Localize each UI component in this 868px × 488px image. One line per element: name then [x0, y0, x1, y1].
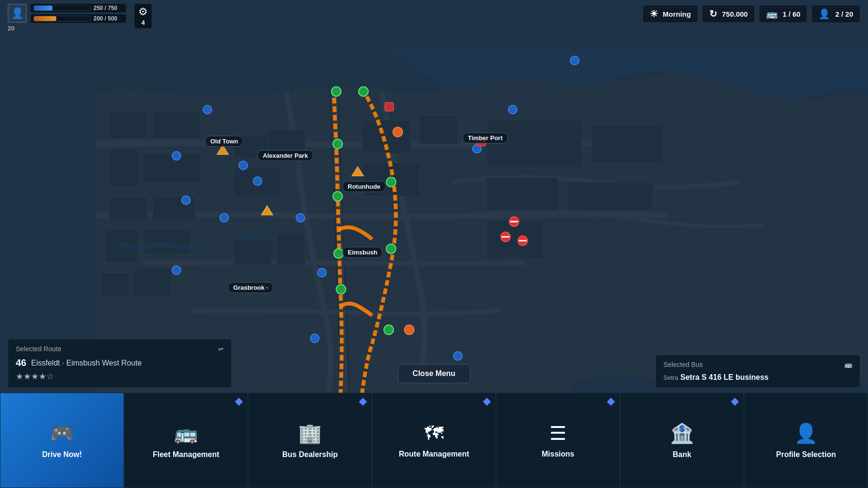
svg-point-40 — [310, 334, 319, 343]
svg-rect-10 — [234, 134, 267, 158]
svg-rect-19 — [591, 125, 663, 163]
bus-panel-icon: 🚌 — [844, 361, 852, 368]
menu-item-fleet-management[interactable]: 🚌 Fleet Management — [124, 393, 248, 488]
missions-icon: ☰ — [549, 422, 567, 444]
drivers-panel: 👤 2 / 20 — [811, 5, 860, 23]
xp-bar-container: 250 / 750 200 / 500 — [31, 4, 126, 23]
menu-item-bank[interactable]: 🏦 Bank — [620, 393, 744, 488]
drive-now-icon: 🎮 — [50, 422, 74, 445]
buses-panel: 🚌 1 / 60 — [759, 5, 808, 23]
svg-rect-9 — [134, 268, 172, 296]
svg-point-39 — [318, 268, 326, 277]
xp-bar: 250 / 750 — [31, 4, 126, 12]
dealership-icon: 🏢 — [298, 422, 322, 445]
svg-rect-11 — [267, 130, 305, 158]
energy-track — [33, 16, 91, 21]
svg-rect-4 — [110, 196, 148, 220]
svg-point-32 — [203, 105, 212, 114]
time-label: Morning — [663, 10, 691, 18]
svg-rect-0 — [110, 111, 148, 139]
route-number: 46 — [16, 357, 26, 368]
profile-label: Profile Selection — [776, 450, 836, 459]
drivers-count: 2 / 20 — [835, 10, 853, 18]
profile-icon: 👤 — [794, 422, 818, 445]
route-mgmt-label: Route Management — [399, 450, 469, 458]
menu-item-drive-now[interactable]: 🎮 Drive Now! — [0, 393, 124, 488]
svg-point-29 — [386, 177, 396, 187]
time-panel: ☀ Morning — [642, 5, 698, 23]
currency-icon: ↻ — [709, 8, 717, 20]
bank-icon: 🏦 — [670, 422, 694, 445]
svg-point-30 — [386, 244, 396, 254]
svg-point-25 — [333, 139, 342, 149]
menu-item-route-management[interactable]: 🗺 Route Management — [372, 393, 496, 488]
svg-rect-1 — [153, 111, 200, 139]
svg-rect-20 — [486, 177, 558, 211]
energy-bar: 200 / 500 — [31, 14, 126, 23]
svg-point-45 — [570, 56, 579, 65]
dealership-label: Bus Dealership — [282, 450, 338, 459]
svg-point-52 — [404, 325, 414, 335]
menu-item-missions[interactable]: ☰ Missions — [496, 393, 620, 488]
top-right-panels: ☀ Morning ↻ 750.000 🚌 1 / 60 👤 2 / 20 — [642, 5, 860, 23]
gear-block: ⚙ 4 — [134, 4, 152, 28]
svg-rect-8 — [100, 273, 129, 296]
svg-rect-50 — [477, 137, 486, 146]
svg-point-51 — [393, 127, 403, 137]
xp-value: 250 / 750 — [93, 5, 117, 11]
sun-icon: ☀ — [650, 8, 658, 20]
gear-icon: ⚙ — [138, 6, 148, 18]
selected-bus-panel: Selected Bus 🚌 Setra Setra S 416 LE busi… — [655, 355, 860, 388]
currency-panel: ↻ 750.000 — [702, 5, 755, 23]
bank-label: Bank — [672, 450, 691, 459]
svg-rect-13 — [234, 239, 272, 265]
bus-icon: 🚌 — [766, 8, 778, 20]
bank-diamond — [731, 398, 739, 406]
currency-amount: 750.000 — [722, 10, 748, 18]
route-stars: ★★★★☆ — [16, 371, 224, 382]
fleet-icon: 🚌 — [174, 422, 198, 445]
svg-point-24 — [359, 87, 368, 96]
svg-point-27 — [334, 249, 343, 258]
missions-label: Missions — [542, 450, 574, 458]
svg-rect-16 — [420, 115, 458, 144]
fleet-label: Fleet Management — [153, 450, 219, 459]
svg-point-36 — [182, 196, 190, 204]
svg-rect-18 — [486, 120, 582, 168]
dealership-diamond — [359, 398, 367, 406]
buses-count: 1 / 60 — [783, 10, 801, 18]
menu-item-profile-selection[interactable]: 👤 Profile Selection — [744, 393, 868, 488]
svg-point-38 — [296, 214, 305, 222]
menu-item-bus-dealership[interactable]: 🏢 Bus Dealership — [248, 393, 372, 488]
route-icon: ⇌ — [218, 345, 224, 353]
selected-bus-title: Selected Bus — [663, 361, 703, 368]
route-mgmt-icon: 🗺 — [424, 423, 444, 444]
selected-route-title: Selected Route — [16, 345, 62, 353]
svg-point-43 — [508, 105, 517, 114]
energy-fill — [34, 16, 56, 21]
svg-point-37 — [220, 214, 228, 222]
svg-point-35 — [253, 177, 262, 185]
close-menu-button[interactable]: Close Menu — [398, 364, 470, 383]
bus-model: Setra S 416 LE business — [681, 373, 769, 381]
bottom-menu: 🎮 Drive Now! 🚌 Fleet Management 🏢 Bus De… — [0, 393, 868, 488]
energy-value: 200 / 500 — [93, 15, 117, 22]
svg-point-34 — [239, 161, 248, 170]
svg-rect-2 — [110, 149, 138, 187]
svg-point-41 — [172, 266, 181, 274]
svg-point-42 — [454, 352, 462, 360]
svg-point-23 — [331, 87, 341, 96]
route-name: Eissfeldt · Eimsbush West Route — [31, 359, 142, 367]
svg-rect-7 — [143, 230, 191, 254]
fleet-diamond — [235, 398, 243, 406]
player-level: 20 — [8, 25, 126, 32]
drive-now-label: Drive Now! — [42, 450, 82, 459]
svg-point-26 — [333, 192, 342, 201]
missions-diamond — [607, 398, 615, 406]
svg-point-28 — [336, 285, 346, 294]
drivers-icon: 👤 — [818, 8, 830, 20]
top-bar: 👤 250 / 750 200 / 500 20 ⚙ 4 — [0, 0, 868, 43]
selected-route-panel: Selected Route ⇌ 46 Eissfeldt · Eimsbush… — [8, 339, 232, 388]
player-info: 👤 250 / 750 200 / 500 20 — [8, 4, 126, 32]
gear-count: 4 — [141, 19, 145, 26]
